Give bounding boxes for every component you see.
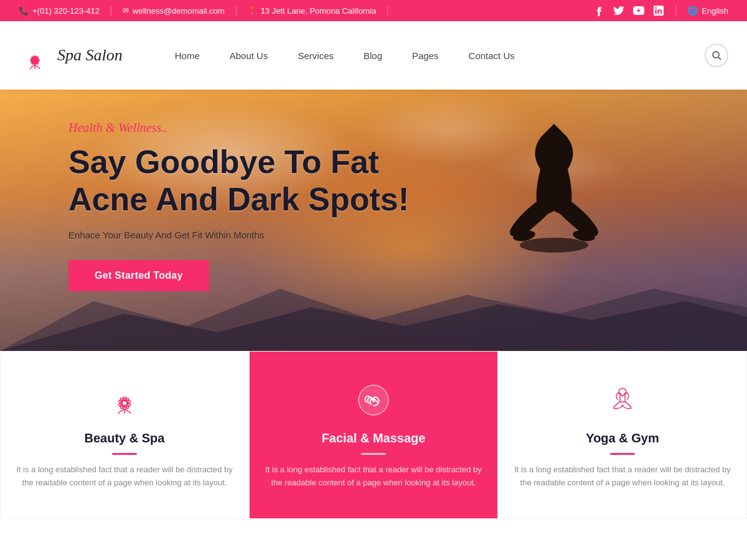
nav-services[interactable]: Services bbox=[283, 21, 349, 90]
email-icon: ✉ bbox=[123, 6, 129, 15]
lang-icon: 🌐 bbox=[687, 6, 698, 16]
logo-icon bbox=[19, 39, 51, 72]
twitter-icon[interactable] bbox=[613, 5, 624, 16]
svg-point-6 bbox=[713, 52, 719, 58]
svg-point-20 bbox=[619, 388, 626, 396]
yoga-gym-desc: It is a long established fact that a rea… bbox=[514, 464, 731, 490]
language-selector[interactable]: 🌐 English bbox=[676, 6, 728, 16]
hero-title-line2: Acne And Dark Spots! bbox=[68, 181, 409, 217]
yoga-gym-icon bbox=[603, 380, 642, 420]
beauty-spa-icon bbox=[105, 380, 144, 420]
address-bar-item: 📍 13 Jett Lane, Pomona California bbox=[237, 6, 388, 16]
hero-description: Enhace Your Beauty And Get Fit Within Mo… bbox=[68, 230, 679, 240]
nav-pages[interactable]: Pages bbox=[397, 21, 454, 90]
facial-massage-title: Facial & Massage bbox=[322, 431, 426, 446]
youtube-icon[interactable] bbox=[633, 5, 644, 16]
hero-section: Health & Wellness.. Say Goodbye To Fat A… bbox=[0, 90, 747, 351]
yoga-gym-title: Yoga & Gym bbox=[586, 431, 659, 446]
phone-bar-item: 📞 +(01) 320-123-412 bbox=[19, 6, 111, 16]
facial-massage-desc: It is a long established fact that a rea… bbox=[265, 464, 482, 490]
main-nav: Home About Us Services Blog Pages Contac… bbox=[160, 21, 728, 90]
location-icon: 📍 bbox=[248, 6, 257, 15]
top-bar: 📞 +(01) 320-123-412 ✉ wellness@demomail.… bbox=[0, 0, 747, 21]
nav-home[interactable]: Home bbox=[160, 21, 215, 90]
search-button[interactable] bbox=[705, 44, 728, 67]
service-cards: Beauty & Spa It is a long established fa… bbox=[0, 351, 747, 519]
yoga-gym-divider bbox=[610, 453, 635, 455]
address-text: 13 Jett Lane, Pomona California bbox=[261, 6, 377, 16]
phone-icon: 📞 bbox=[19, 6, 29, 16]
email-bar-item: ✉ wellness@demomail.com bbox=[111, 6, 237, 16]
header: Spa Salon Home About Us Services Blog Pa… bbox=[0, 21, 747, 90]
email-text: wellness@demomail.com bbox=[133, 6, 225, 16]
hero-title: Say Goodbye To Fat Acne And Dark Spots! bbox=[68, 144, 679, 218]
facial-massage-icon bbox=[354, 380, 393, 420]
logo[interactable]: Spa Salon bbox=[19, 39, 123, 72]
beauty-spa-divider bbox=[112, 453, 137, 455]
yoga-gym-card[interactable]: Yoga & Gym It is a long established fact… bbox=[498, 351, 747, 519]
hero-title-line1: Say Goodbye To Fat bbox=[68, 144, 379, 180]
beauty-spa-title: Beauty & Spa bbox=[85, 431, 165, 446]
phone-text: +(01) 320-123-412 bbox=[32, 6, 100, 16]
linkedin-icon[interactable] bbox=[653, 5, 664, 16]
svg-point-5 bbox=[33, 57, 37, 64]
svg-line-7 bbox=[718, 57, 721, 60]
hero-content: Health & Wellness.. Say Goodbye To Fat A… bbox=[0, 90, 747, 322]
facial-massage-divider bbox=[361, 453, 386, 455]
nav-blog[interactable]: Blog bbox=[349, 21, 397, 90]
hero-subtitle: Health & Wellness.. bbox=[68, 121, 679, 135]
social-links bbox=[593, 5, 676, 16]
beauty-spa-desc: It is a long established fact that a rea… bbox=[16, 464, 233, 490]
language-text: English bbox=[702, 6, 728, 16]
facial-massage-card[interactable]: Facial & Massage It is a long establishe… bbox=[249, 351, 498, 519]
nav-about[interactable]: About Us bbox=[215, 21, 283, 90]
logo-text: Spa Salon bbox=[57, 46, 123, 65]
nav-contact[interactable]: Contact Us bbox=[454, 21, 530, 90]
facebook-icon[interactable] bbox=[593, 5, 604, 16]
get-started-button[interactable]: Get Started Today bbox=[68, 260, 209, 291]
beauty-spa-card[interactable]: Beauty & Spa It is a long established fa… bbox=[0, 351, 249, 519]
